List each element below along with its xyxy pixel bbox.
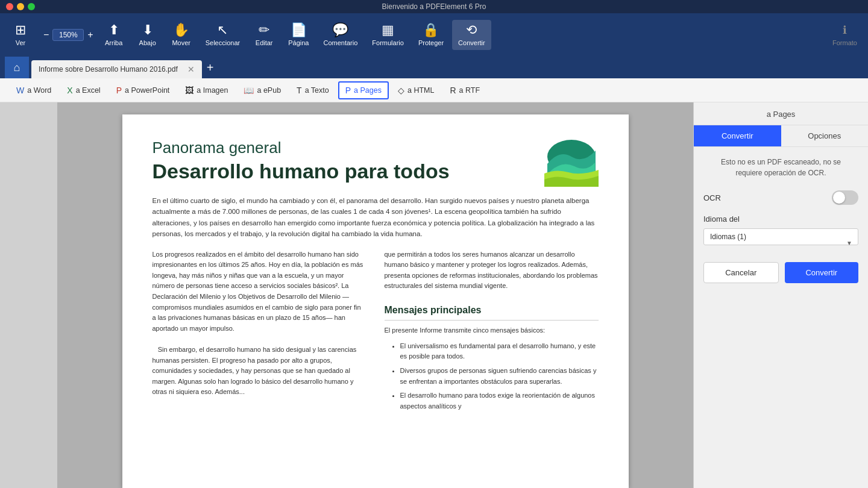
ver-icon: ⊞	[15, 23, 26, 37]
idioma-section: Idioma del Idiomas (1) ▼	[703, 214, 858, 257]
zoom-control: − +	[41, 29, 96, 41]
conv-tab-imagen[interactable]: 🖼 a Imagen	[178, 82, 234, 99]
document-tab[interactable]: Informe sobre Desarrollo Humano 2016.pdf…	[31, 60, 202, 78]
ocr-row: OCR	[703, 190, 858, 205]
toolbar: ⊞ Ver − + ⬆ Arriba ⬇ Abajo ✋ Mover ↖ Sel…	[0, 13, 868, 57]
cancel-button[interactable]: Cancelar	[703, 262, 779, 283]
mover-label: Mover	[172, 39, 190, 46]
conv-tab-excel[interactable]: X a Excel	[60, 82, 107, 99]
toolbar-item-formulario[interactable]: ▦ Formulario	[366, 20, 410, 50]
toolbar-item-proteger[interactable]: 🔒 Proteger	[412, 20, 450, 50]
conv-tab-html[interactable]: ◇ a HTML	[391, 82, 441, 99]
formato-button[interactable]: ℹ Formato	[826, 20, 863, 50]
conv-tab-epub[interactable]: 📖 a ePub	[237, 82, 288, 99]
texto-file-icon: T	[297, 86, 302, 95]
formulario-icon: ▦	[382, 23, 394, 37]
toolbar-item-mover[interactable]: ✋ Mover	[166, 20, 197, 50]
seleccionar-icon: ↖	[217, 23, 228, 37]
app-title: Bienvenido a PDFElement 6 Pro	[382, 2, 486, 11]
pagina-icon: 📄	[291, 23, 307, 37]
title-bar: Bienvenido a PDFElement 6 Pro	[0, 0, 868, 13]
html-file-icon: ◇	[398, 86, 404, 95]
close-tab-button[interactable]: ✕	[187, 64, 195, 74]
zoom-input[interactable]	[52, 29, 84, 41]
conv-tab-imagen-label: a Imagen	[197, 86, 228, 95]
arriba-label: Arriba	[105, 39, 122, 46]
idioma-label: Idioma del	[703, 214, 858, 224]
minimize-button[interactable]	[17, 3, 24, 10]
toolbar-item-editar[interactable]: ✏ Editar	[248, 20, 280, 50]
conv-tab-powerpoint[interactable]: P a PowerPoint	[110, 82, 177, 99]
conv-tab-html-label: a HTML	[407, 86, 434, 95]
conv-tab-pages-label: a Pages	[354, 86, 382, 95]
formato-label: Formato	[832, 39, 857, 46]
pdf-right-col: que permitirán a todos los seres humanos…	[385, 249, 599, 416]
home-button[interactable]: ⌂	[5, 57, 29, 78]
conv-tab-excel-label: a Excel	[76, 86, 101, 95]
pdf-title-bold: Desarrollo humano para todos	[153, 160, 599, 183]
powerpoint-file-icon: P	[116, 86, 122, 95]
bullet-2: Diversos grupos de personas siguen sufri…	[400, 366, 599, 387]
mover-icon: ✋	[173, 23, 189, 37]
zoom-increase-button[interactable]: +	[85, 30, 95, 40]
toolbar-item-pagina[interactable]: 📄 Página	[282, 20, 315, 50]
tab-bar: ⌂ Informe sobre Desarrollo Humano 2016.p…	[0, 57, 868, 78]
pdf-title-normal: Panorama general	[153, 139, 599, 157]
home-icon: ⌂	[14, 61, 20, 74]
bullet-1: El universalismo es fundamental para el …	[400, 341, 599, 362]
convert-tabs-bar: W a Word X a Excel P a PowerPoint 🖼 a Im…	[0, 78, 868, 102]
zoom-decrease-button[interactable]: −	[41, 30, 51, 40]
pdf-page: Panorama general Desarrollo humano para …	[122, 114, 629, 488]
toolbar-item-ver[interactable]: ⊞ Ver	[5, 20, 36, 50]
action-buttons: Cancelar Convertir	[703, 262, 858, 283]
toolbar-item-comentario[interactable]: 💬 Comentario	[317, 20, 363, 50]
bullet-3: El desarrollo humano para todos exige la…	[400, 390, 599, 411]
rtf-file-icon: R	[450, 86, 456, 95]
conv-tab-rtf[interactable]: R a RTF	[443, 82, 486, 99]
formulario-label: Formulario	[372, 39, 404, 46]
rp-tab-options[interactable]: Opciones	[781, 125, 869, 146]
pages-file-icon: P	[345, 86, 351, 95]
word-file-icon: W	[16, 86, 24, 95]
close-button[interactable]	[6, 3, 13, 10]
messages-intro: El presente Informe transmite cinco mens…	[385, 325, 599, 336]
conv-tab-pages[interactable]: P a Pages	[338, 81, 389, 99]
proteger-label: Proteger	[418, 39, 444, 46]
convertir-icon: ⟲	[466, 23, 477, 37]
idioma-select[interactable]: Idiomas (1)	[703, 228, 858, 245]
add-tab-button[interactable]: +	[207, 61, 214, 75]
convertir-label: Convertir	[458, 39, 485, 46]
abajo-label: Abajo	[139, 39, 156, 46]
ocr-label: OCR	[703, 193, 721, 202]
arriba-icon: ⬆	[108, 23, 119, 37]
messages-heading: Mensajes principales	[385, 302, 599, 321]
rp-notice-text: Esto no es un PDF escaneado, no se requi…	[703, 157, 858, 178]
toolbar-item-convertir[interactable]: ⟲ Convertir	[452, 20, 491, 50]
conv-tab-texto[interactable]: T a Texto	[290, 82, 336, 99]
toolbar-item-arriba[interactable]: ⬆ Arriba	[98, 20, 130, 50]
excel-file-icon: X	[67, 86, 72, 95]
comentario-label: Comentario	[323, 39, 357, 46]
left-sidebar	[0, 102, 57, 488]
epub-file-icon: 📖	[244, 86, 254, 95]
ver-label: Ver	[16, 39, 26, 46]
pdf-left-col-text: Los progresos realizados en el ámbito de…	[153, 249, 366, 398]
main-layout: Panorama general Desarrollo humano para …	[0, 102, 868, 488]
seleccionar-label: Seleccionar	[206, 39, 240, 46]
imagen-file-icon: 🖼	[185, 86, 193, 95]
pdf-left-col: Los progresos realizados en el ámbito de…	[153, 249, 366, 416]
toolbar-item-seleccionar[interactable]: ↖ Seleccionar	[200, 20, 246, 50]
maximize-button[interactable]	[28, 3, 35, 10]
right-panel-title: a Pages	[694, 102, 868, 125]
conv-tab-word-label: a Word	[27, 86, 51, 95]
conv-tab-word[interactable]: W a Word	[10, 82, 58, 99]
rp-content: Esto no es un PDF escaneado, no se requi…	[694, 147, 868, 488]
convert-button[interactable]: Convertir	[785, 262, 859, 283]
editar-label: Editar	[256, 39, 273, 46]
pagina-label: Página	[288, 39, 309, 46]
pdf-area[interactable]: Panorama general Desarrollo humano para …	[57, 102, 693, 488]
rp-tab-convert[interactable]: Convertir	[694, 125, 781, 146]
toolbar-item-abajo[interactable]: ⬇ Abajo	[132, 20, 163, 50]
ocr-toggle[interactable]	[832, 190, 858, 205]
traffic-lights	[6, 3, 35, 10]
